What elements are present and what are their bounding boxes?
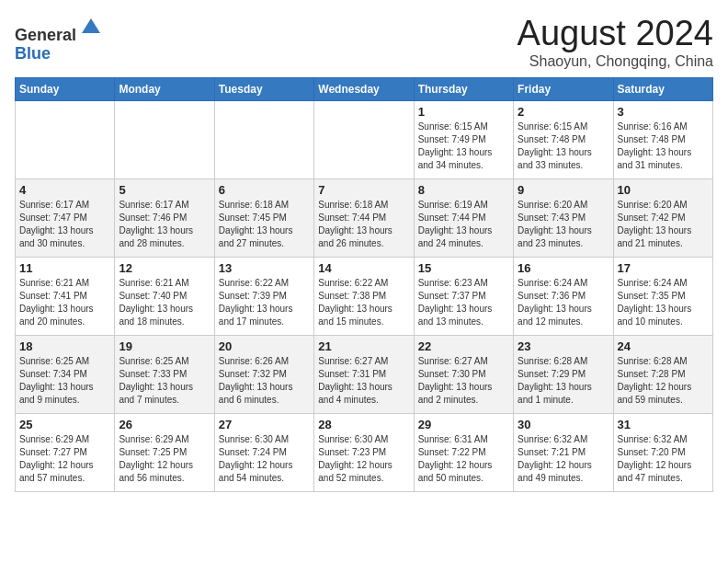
svg-marker-0 [82, 18, 100, 33]
day-info: Sunrise: 6:19 AM Sunset: 7:44 PM Dayligh… [418, 199, 509, 250]
day-cell: 27Sunrise: 6:30 AM Sunset: 7:24 PM Dayli… [214, 413, 313, 491]
day-info: Sunrise: 6:17 AM Sunset: 7:47 PM Dayligh… [19, 199, 110, 250]
day-info: Sunrise: 6:17 AM Sunset: 7:46 PM Dayligh… [119, 199, 210, 250]
day-number: 17 [618, 261, 709, 275]
day-info: Sunrise: 6:20 AM Sunset: 7:42 PM Dayligh… [618, 199, 709, 250]
day-cell: 25Sunrise: 6:29 AM Sunset: 7:27 PM Dayli… [16, 413, 115, 491]
day-number: 11 [19, 261, 110, 275]
logo-icon [78, 15, 104, 40]
month-title: August 2024 [518, 15, 713, 53]
day-cell: 31Sunrise: 6:32 AM Sunset: 7:20 PM Dayli… [613, 413, 712, 491]
day-info: Sunrise: 6:32 AM Sunset: 7:21 PM Dayligh… [518, 433, 609, 485]
day-info: Sunrise: 6:24 AM Sunset: 7:36 PM Dayligh… [518, 277, 609, 328]
day-info: Sunrise: 6:28 AM Sunset: 7:28 PM Dayligh… [618, 355, 709, 407]
day-cell: 2Sunrise: 6:15 AM Sunset: 7:48 PM Daylig… [514, 100, 613, 178]
day-info: Sunrise: 6:22 AM Sunset: 7:38 PM Dayligh… [318, 277, 409, 328]
day-number: 10 [618, 183, 709, 197]
day-info: Sunrise: 6:29 AM Sunset: 7:27 PM Dayligh… [19, 433, 110, 485]
day-info: Sunrise: 6:15 AM Sunset: 7:48 PM Dayligh… [518, 121, 609, 172]
day-info: Sunrise: 6:25 AM Sunset: 7:33 PM Dayligh… [119, 355, 210, 407]
page-header: General Blue August 2024 Shaoyun, Chongq… [15, 15, 713, 70]
day-number: 27 [219, 418, 310, 431]
day-info: Sunrise: 6:15 AM Sunset: 7:49 PM Dayligh… [418, 121, 509, 172]
calendar-table: SundayMondayTuesdayWednesdayThursdayFrid… [15, 77, 713, 492]
day-cell: 17Sunrise: 6:24 AM Sunset: 7:35 PM Dayli… [613, 257, 712, 335]
weekday-header-sunday: Sunday [16, 77, 115, 100]
day-number: 9 [518, 183, 609, 197]
day-cell: 5Sunrise: 6:17 AM Sunset: 7:46 PM Daylig… [115, 178, 214, 257]
day-info: Sunrise: 6:21 AM Sunset: 7:41 PM Dayligh… [19, 277, 110, 328]
weekday-header-wednesday: Wednesday [314, 77, 414, 100]
logo: General Blue [15, 15, 104, 63]
day-info: Sunrise: 6:25 AM Sunset: 7:34 PM Dayligh… [19, 355, 110, 407]
day-cell: 24Sunrise: 6:28 AM Sunset: 7:28 PM Dayli… [613, 335, 712, 413]
day-cell: 1Sunrise: 6:15 AM Sunset: 7:49 PM Daylig… [414, 100, 513, 178]
day-number: 22 [418, 339, 509, 353]
day-info: Sunrise: 6:16 AM Sunset: 7:48 PM Dayligh… [618, 121, 709, 172]
day-cell: 12Sunrise: 6:21 AM Sunset: 7:40 PM Dayli… [115, 257, 214, 335]
day-cell: 21Sunrise: 6:27 AM Sunset: 7:31 PM Dayli… [314, 335, 414, 413]
weekday-header-tuesday: Tuesday [214, 77, 313, 100]
day-info: Sunrise: 6:20 AM Sunset: 7:43 PM Dayligh… [518, 199, 609, 250]
day-cell: 28Sunrise: 6:30 AM Sunset: 7:23 PM Dayli… [314, 413, 414, 491]
day-number: 12 [119, 261, 210, 275]
day-number: 7 [318, 183, 409, 197]
day-number: 25 [19, 418, 110, 431]
day-cell [16, 100, 115, 178]
location-title: Shaoyun, Chongqing, China [518, 53, 713, 70]
day-cell: 10Sunrise: 6:20 AM Sunset: 7:42 PM Dayli… [613, 178, 712, 257]
day-info: Sunrise: 6:32 AM Sunset: 7:20 PM Dayligh… [618, 433, 709, 485]
day-number: 13 [219, 261, 310, 275]
day-info: Sunrise: 6:24 AM Sunset: 7:35 PM Dayligh… [618, 277, 709, 328]
day-number: 20 [219, 339, 310, 353]
day-info: Sunrise: 6:21 AM Sunset: 7:40 PM Dayligh… [119, 277, 210, 328]
day-cell: 20Sunrise: 6:26 AM Sunset: 7:32 PM Dayli… [214, 335, 313, 413]
day-info: Sunrise: 6:29 AM Sunset: 7:25 PM Dayligh… [119, 433, 210, 485]
day-cell: 15Sunrise: 6:23 AM Sunset: 7:37 PM Dayli… [414, 257, 513, 335]
day-info: Sunrise: 6:22 AM Sunset: 7:39 PM Dayligh… [219, 277, 310, 328]
day-cell: 26Sunrise: 6:29 AM Sunset: 7:25 PM Dayli… [115, 413, 214, 491]
week-row-3: 11Sunrise: 6:21 AM Sunset: 7:41 PM Dayli… [16, 257, 713, 335]
weekday-header-friday: Friday [514, 77, 613, 100]
day-number: 5 [119, 183, 210, 197]
week-row-5: 25Sunrise: 6:29 AM Sunset: 7:27 PM Dayli… [16, 413, 713, 491]
day-cell: 30Sunrise: 6:32 AM Sunset: 7:21 PM Dayli… [514, 413, 613, 491]
week-row-4: 18Sunrise: 6:25 AM Sunset: 7:34 PM Dayli… [16, 335, 713, 413]
day-number: 8 [418, 183, 509, 197]
day-info: Sunrise: 6:18 AM Sunset: 7:44 PM Dayligh… [318, 199, 409, 250]
day-info: Sunrise: 6:27 AM Sunset: 7:31 PM Dayligh… [318, 355, 409, 407]
day-number: 23 [518, 339, 609, 353]
title-block: August 2024 Shaoyun, Chongqing, China [518, 15, 713, 70]
day-cell: 14Sunrise: 6:22 AM Sunset: 7:38 PM Dayli… [314, 257, 414, 335]
day-cell: 23Sunrise: 6:28 AM Sunset: 7:29 PM Dayli… [514, 335, 613, 413]
day-cell: 29Sunrise: 6:31 AM Sunset: 7:22 PM Dayli… [414, 413, 513, 491]
day-number: 16 [518, 261, 609, 275]
logo-general: General [15, 26, 76, 44]
day-info: Sunrise: 6:30 AM Sunset: 7:23 PM Dayligh… [318, 433, 409, 485]
logo-blue: Blue [15, 44, 51, 63]
day-number: 2 [518, 105, 609, 119]
day-number: 6 [219, 183, 310, 197]
day-number: 18 [19, 339, 110, 353]
day-info: Sunrise: 6:27 AM Sunset: 7:30 PM Dayligh… [418, 355, 509, 407]
day-number: 26 [119, 418, 210, 431]
day-cell: 22Sunrise: 6:27 AM Sunset: 7:30 PM Dayli… [414, 335, 513, 413]
day-info: Sunrise: 6:23 AM Sunset: 7:37 PM Dayligh… [418, 277, 509, 328]
day-cell: 18Sunrise: 6:25 AM Sunset: 7:34 PM Dayli… [16, 335, 115, 413]
day-info: Sunrise: 6:26 AM Sunset: 7:32 PM Dayligh… [219, 355, 310, 407]
week-row-1: 1Sunrise: 6:15 AM Sunset: 7:49 PM Daylig… [16, 100, 713, 178]
day-number: 28 [318, 418, 409, 431]
day-cell: 9Sunrise: 6:20 AM Sunset: 7:43 PM Daylig… [514, 178, 613, 257]
day-number: 24 [618, 339, 709, 353]
day-number: 31 [618, 418, 709, 431]
day-info: Sunrise: 6:30 AM Sunset: 7:24 PM Dayligh… [219, 433, 310, 485]
weekday-header-thursday: Thursday [414, 77, 513, 100]
day-cell: 16Sunrise: 6:24 AM Sunset: 7:36 PM Dayli… [514, 257, 613, 335]
day-cell: 3Sunrise: 6:16 AM Sunset: 7:48 PM Daylig… [613, 100, 712, 178]
day-cell [214, 100, 313, 178]
day-cell: 7Sunrise: 6:18 AM Sunset: 7:44 PM Daylig… [314, 178, 414, 257]
day-number: 3 [618, 105, 709, 119]
weekday-header-saturday: Saturday [613, 77, 712, 100]
day-cell: 6Sunrise: 6:18 AM Sunset: 7:45 PM Daylig… [214, 178, 313, 257]
day-info: Sunrise: 6:28 AM Sunset: 7:29 PM Dayligh… [518, 355, 609, 407]
